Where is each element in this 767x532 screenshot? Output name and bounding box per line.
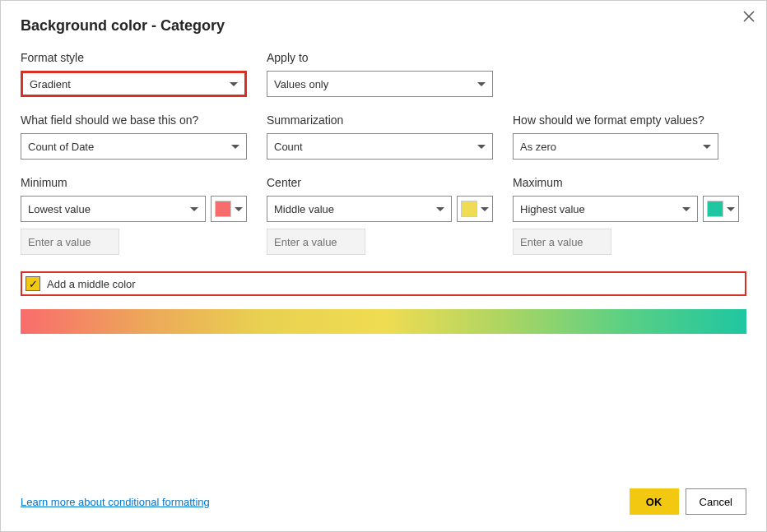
summarization-select[interactable]: Count	[267, 133, 493, 160]
maximum-select[interactable]: Highest value	[513, 196, 698, 222]
chevron-down-icon	[235, 207, 243, 211]
chevron-down-icon	[230, 82, 238, 86]
empty-values-select[interactable]: As zero	[513, 133, 718, 160]
chevron-down-icon	[190, 207, 198, 211]
format-style-label: Format style	[21, 51, 247, 64]
summarization-value: Count	[274, 141, 303, 153]
empty-values-value: As zero	[520, 141, 556, 153]
center-label: Center	[267, 176, 493, 189]
gradient-preview	[21, 309, 746, 334]
chevron-down-icon	[703, 145, 711, 149]
chevron-down-icon	[682, 207, 690, 211]
minimum-color-picker[interactable]	[211, 196, 247, 222]
empty-values-label: How should we format empty values?	[513, 113, 739, 127]
minimum-label: Minimum	[21, 176, 247, 189]
ok-button[interactable]: OK	[630, 488, 679, 515]
base-field-value: Count of Date	[28, 141, 94, 153]
checkmark-icon: ✓	[29, 279, 38, 289]
summarization-label: Summarization	[267, 113, 493, 127]
chevron-down-icon	[477, 145, 486, 149]
format-style-select[interactable]: Gradient	[21, 71, 247, 97]
maximum-color-swatch	[707, 201, 723, 217]
dialog-title: Background color - Category	[21, 17, 225, 35]
chevron-down-icon	[727, 207, 735, 211]
center-color-swatch	[461, 201, 477, 217]
format-style-value: Gradient	[30, 78, 71, 90]
learn-more-link[interactable]: Learn more about conditional formatting	[21, 496, 210, 508]
center-select[interactable]: Middle value	[267, 196, 452, 222]
close-button[interactable]	[740, 7, 758, 28]
maximum-color-picker[interactable]	[703, 196, 739, 222]
middle-color-checkbox-row[interactable]: ✓ Add a middle color	[21, 271, 746, 296]
apply-to-label: Apply to	[267, 51, 493, 64]
center-value: Middle value	[274, 203, 334, 215]
center-value-input[interactable]	[267, 229, 365, 255]
minimum-value: Lowest value	[28, 203, 91, 215]
close-icon	[743, 11, 755, 22]
cancel-button[interactable]: Cancel	[686, 488, 746, 515]
maximum-value: Highest value	[520, 203, 585, 215]
middle-color-checkbox[interactable]: ✓	[26, 276, 40, 291]
maximum-value-input[interactable]	[513, 229, 611, 255]
chevron-down-icon	[231, 145, 239, 149]
middle-color-label: Add a middle color	[47, 278, 136, 290]
apply-to-select[interactable]: Values only	[267, 71, 493, 97]
minimum-value-input[interactable]	[21, 229, 119, 255]
chevron-down-icon	[481, 207, 489, 211]
center-color-picker[interactable]	[457, 196, 493, 222]
chevron-down-icon	[436, 207, 444, 211]
base-field-select[interactable]: Count of Date	[21, 133, 247, 160]
apply-to-value: Values only	[274, 78, 328, 90]
minimum-color-swatch	[215, 201, 231, 217]
maximum-label: Maximum	[513, 176, 739, 189]
chevron-down-icon	[477, 82, 486, 86]
base-field-label: What field should we base this on?	[21, 113, 247, 127]
minimum-select[interactable]: Lowest value	[21, 196, 206, 222]
